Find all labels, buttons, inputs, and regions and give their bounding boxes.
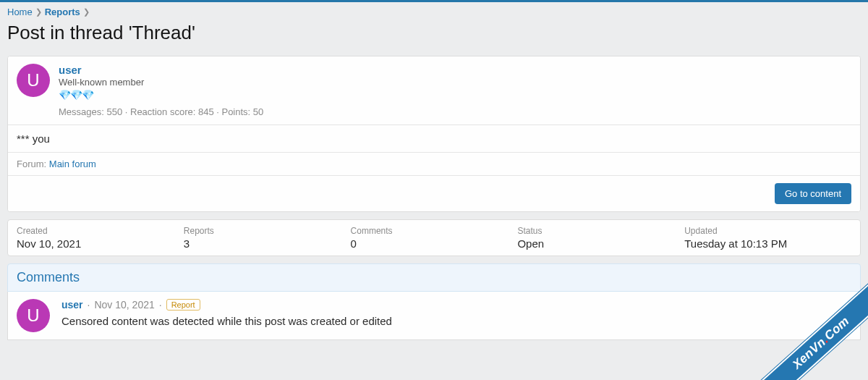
stat-label: Created	[17, 226, 184, 236]
username-link[interactable]: user	[59, 64, 263, 76]
comment-text: Censored content was detected while this…	[61, 315, 392, 327]
forum-link[interactable]: Main forum	[49, 159, 96, 169]
stat-comments: Comments 0	[351, 226, 518, 250]
go-to-content-button[interactable]: Go to content	[775, 183, 851, 204]
user-title: Well-known member	[59, 77, 263, 88]
forum-label: Forum:	[17, 159, 46, 169]
avatar[interactable]: U	[17, 64, 50, 97]
stat-status: Status Open	[517, 226, 684, 250]
user-info: user Well-known member 💎💎💎 Messages: 550…	[59, 64, 263, 117]
stat-value: 0	[351, 237, 518, 250]
comment-meta: user · Nov 10, 2021 · Report	[61, 299, 392, 311]
stat-label: Reports	[184, 226, 351, 236]
chevron-right-icon: ❯	[83, 7, 90, 17]
report-tag: Report	[166, 299, 200, 311]
post-meta: Forum: Main forum	[8, 152, 860, 175]
stat-value: 3	[184, 237, 351, 250]
report-stats: Created Nov 10, 2021 Reports 3 Comments …	[7, 219, 861, 256]
report-post-block: U user Well-known member 💎💎💎 Messages: 5…	[7, 56, 861, 212]
stat-label: Comments	[351, 226, 518, 236]
user-badges: 💎💎💎	[59, 89, 263, 101]
comment-date: Nov 10, 2021	[94, 299, 154, 311]
separator: ·	[159, 299, 162, 311]
avatar[interactable]: U	[17, 299, 50, 332]
user-row: U user Well-known member 💎💎💎 Messages: 5…	[8, 56, 860, 124]
stat-value: Tuesday at 10:13 PM	[684, 237, 851, 250]
stat-updated: Updated Tuesday at 10:13 PM	[684, 226, 851, 250]
stat-label: Status	[517, 226, 684, 236]
separator: ·	[88, 299, 90, 311]
stat-label: Updated	[684, 226, 851, 236]
stat-reports: Reports 3	[184, 226, 351, 250]
stat-value: Open	[517, 237, 684, 250]
stat-created: Created Nov 10, 2021	[17, 226, 184, 250]
breadcrumb: Home ❯ Reports ❯	[0, 2, 868, 20]
comment-user-link[interactable]: user	[61, 299, 83, 311]
comment-item: U user · Nov 10, 2021 · Report Censored …	[7, 292, 861, 340]
stat-value: Nov 10, 2021	[17, 237, 184, 250]
actions-row: Go to content	[8, 175, 860, 211]
breadcrumb-reports[interactable]: Reports	[45, 7, 80, 17]
chevron-right-icon: ❯	[35, 7, 42, 17]
user-stats: Messages: 550 · Reaction score: 845 · Po…	[59, 106, 263, 117]
breadcrumb-home[interactable]: Home	[7, 7, 33, 17]
comments-header: Comments	[7, 263, 861, 292]
page-title: Post in thread 'Thread'	[0, 20, 868, 56]
comment-body: user · Nov 10, 2021 · Report Censored co…	[61, 299, 392, 332]
post-content: *** you	[8, 124, 860, 152]
